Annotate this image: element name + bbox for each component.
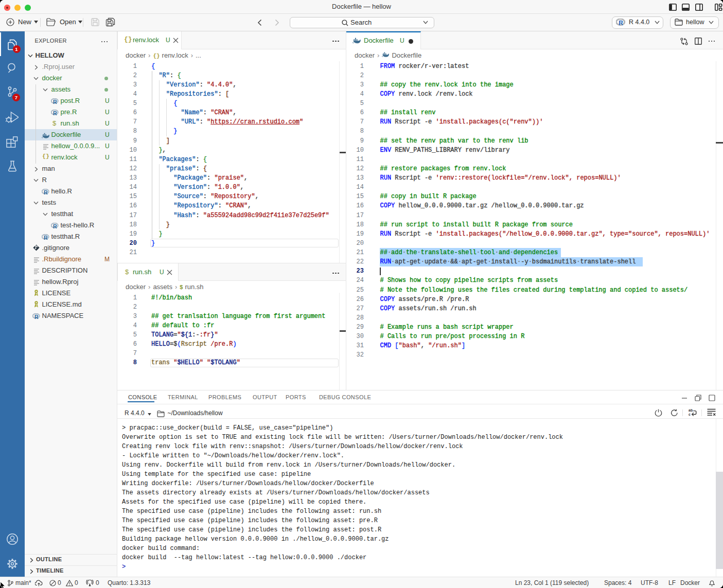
svg-text:R: R (53, 110, 57, 116)
svg-text:R: R (619, 20, 623, 26)
svg-text:R: R (44, 235, 48, 240)
svg-text:R: R (53, 99, 57, 104)
svg-text:R: R (53, 223, 57, 229)
svg-text:R: R (34, 314, 39, 319)
svg-text:c: c (689, 413, 691, 416)
svg-text:R: R (44, 189, 48, 195)
svg-text:ab: ab (689, 408, 693, 412)
